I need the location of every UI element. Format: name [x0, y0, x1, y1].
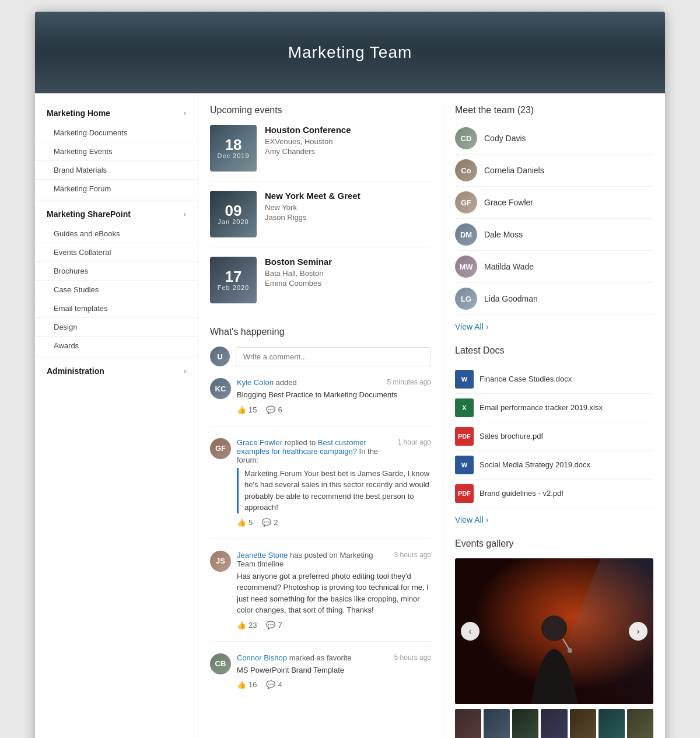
sidebar-item-case-studies[interactable]: Case Studies [35, 281, 198, 299]
sidebar-item-brochures[interactable]: Brochures [35, 262, 198, 281]
gallery-thumb-6[interactable] [598, 709, 625, 738]
comment-button-grace[interactable]: 💬 2 [262, 518, 278, 527]
sidebar-item-design[interactable]: Design [35, 318, 198, 337]
chevron-right-icon-team: › [486, 322, 489, 331]
page-wrapper: Marketing Team Marketing Home › Marketin… [35, 12, 665, 738]
meet-team-heading: Meet the team (23) [455, 105, 653, 116]
chevron-right-icon: › [184, 109, 186, 117]
member-name-grace[interactable]: Grace Fowler [484, 198, 533, 207]
doc-icon-word-4: W [455, 456, 474, 474]
gallery-thumb-5[interactable] [570, 709, 596, 738]
event-organizer-newyork: Jason Riggs [265, 213, 431, 222]
doc-name-2[interactable]: Email performance tracker 2019.xlsx [480, 403, 603, 413]
feed-actions-jeanette: 👍 23 💬 7 [237, 621, 431, 629]
like-button-jeanette[interactable]: 👍 23 [237, 621, 257, 629]
feed-time-kyle: 5 minutes ago [387, 378, 431, 386]
sidebar-item-email-templates[interactable]: Email templates [35, 299, 198, 318]
event-card-houston: 18 Dec 2019 Houston Conference EXVenues,… [210, 125, 431, 181]
event-name-newyork[interactable]: New York Meet & Greet [265, 191, 431, 201]
comment-icon-jeanette: 💬 [266, 621, 275, 629]
gallery-thumb-4[interactable] [541, 709, 567, 738]
member-name-lida[interactable]: Lida Goodman [484, 294, 538, 303]
team-member-grace: GF Grace Fowler [455, 187, 653, 219]
user-link-grace[interactable]: Grace Fowler [237, 438, 282, 447]
doc-row-4: W Social Media Strategy 2019.docx [455, 451, 653, 480]
sidebar: Marketing Home › Marketing Documents Mar… [35, 93, 198, 738]
comment-icon-connor: 💬 [266, 680, 275, 689]
sidebar-item-marketing-events[interactable]: Marketing Events [35, 142, 198, 161]
event-name-houston[interactable]: Houston Conference [265, 125, 431, 135]
sidebar-item-events-collateral[interactable]: Events Collateral [35, 243, 198, 262]
meet-team-section: Meet the team (23) CD Cody Davis Co Corn [455, 105, 653, 331]
event-card-newyork: 09 Jan 2020 New York Meet & Greet New Yo… [210, 191, 431, 247]
comment-button-connor[interactable]: 💬 4 [266, 680, 282, 689]
sidebar-item-awards[interactable]: Awards [35, 337, 198, 355]
avatar-matilda-wade: MW [455, 256, 477, 278]
feed-item-kyle: KC Kyle Colon added 5 minutes ago [210, 378, 431, 426]
chevron-right-icon-docs: › [486, 515, 489, 524]
avatar-cody-davis: CD [455, 127, 477, 149]
chevron-right-icon-3: › [184, 367, 186, 375]
feed-time-grace: 1 hour ago [398, 438, 431, 446]
event-organizer-boston: Emma Coombes [265, 279, 431, 288]
event-name-boston[interactable]: Boston Seminar [265, 257, 431, 267]
doc-name-5[interactable]: Brand guidelines - v2.pdf [480, 488, 564, 499]
user-link-kyle[interactable]: Kyle Colon [237, 378, 274, 387]
like-button-grace[interactable]: 👍 5 [237, 518, 253, 527]
gallery-next-button[interactable]: › [629, 622, 648, 641]
avatar-jeanette: JS [210, 551, 231, 572]
team-member-lida: LG Lida Goodman [455, 283, 653, 315]
whats-happening-section: What's happening U KC [210, 327, 431, 701]
like-button-kyle[interactable]: 👍 15 [237, 405, 257, 414]
events-gallery-section: Events gallery [455, 538, 653, 738]
member-name-cornelia[interactable]: Cornelia Daniels [484, 166, 544, 175]
view-all-team-link[interactable]: View All › [455, 322, 653, 331]
thumbs-up-icon-connor: 👍 [237, 680, 246, 689]
doc-name-4[interactable]: Social Media Strategy 2019.docx [480, 460, 590, 470]
sidebar-item-marketing-home[interactable]: Marketing Home › [35, 103, 198, 124]
comment-button-jeanette[interactable]: 💬 7 [266, 621, 282, 629]
view-all-docs-link[interactable]: View All › [455, 515, 653, 524]
gallery-thumb-7[interactable] [627, 709, 653, 738]
avatar-cornelia-daniels: Co [455, 159, 477, 181]
user-link-connor[interactable]: Connor Bishop [237, 653, 287, 662]
doc-row-2: X Email performance tracker 2019.xlsx [455, 394, 653, 422]
gallery-prev-button[interactable]: ‹ [461, 622, 480, 641]
doc-name-3[interactable]: Sales brochure.pdf [480, 431, 543, 442]
sidebar-item-marketing-forum[interactable]: Marketing Forum [35, 180, 198, 198]
like-button-connor[interactable]: 👍 16 [237, 680, 257, 689]
gallery-main: ‹ › [455, 558, 653, 704]
content-area: Upcoming events 18 Dec 2019 Houston Conf… [198, 93, 665, 738]
avatar-dale-moss: DM [455, 223, 477, 246]
comment-input[interactable] [236, 347, 431, 366]
event-thumbnail-houston[interactable]: 18 Dec 2019 [210, 125, 257, 172]
doc-icon-word-1: W [455, 370, 474, 389]
event-organizer-houston: Amy Chanders [265, 147, 431, 156]
feed-time-connor: 5 hours ago [394, 653, 431, 662]
comment-button-kyle[interactable]: 💬 6 [266, 405, 282, 414]
thumbs-up-icon-grace: 👍 [237, 518, 246, 527]
sidebar-item-marketing-documents[interactable]: Marketing Documents [35, 124, 198, 142]
gallery-thumb-1[interactable] [455, 709, 481, 738]
sidebar-item-brand-materials[interactable]: Brand Materials [35, 161, 198, 180]
doc-name-1[interactable]: Finance Case Studies.docx [480, 374, 572, 384]
user-link-jeanette[interactable]: Jeanette Stone [237, 551, 288, 559]
member-name-cody[interactable]: Cody Davis [484, 134, 526, 143]
member-name-dale[interactable]: Dale Moss [484, 230, 523, 239]
member-name-matilda[interactable]: Matilda Wade [484, 262, 534, 271]
hero-header: Marketing Team [35, 12, 665, 93]
thumbs-up-icon-jeanette: 👍 [237, 621, 246, 629]
team-member-dale: DM Dale Moss [455, 219, 653, 251]
gallery-thumb-2[interactable] [484, 709, 510, 738]
team-member-matilda: MW Matilda Wade [455, 251, 653, 283]
event-thumbnail-boston[interactable]: 17 Feb 2020 [210, 257, 257, 303]
doc-icon-pdf-3: PDF [455, 427, 474, 446]
event-thumbnail-newyork[interactable]: 09 Jan 2020 [210, 191, 257, 237]
sidebar-item-marketing-sharepoint[interactable]: Marketing SharePoint › [35, 204, 198, 225]
avatar-connor: CB [210, 653, 231, 674]
sidebar-item-administration[interactable]: Administration › [35, 361, 198, 382]
sidebar-item-guides-ebooks[interactable]: Guides and eBooks [35, 225, 198, 243]
gallery-thumbs [455, 709, 653, 738]
sidebar-divider-2 [35, 358, 198, 358]
gallery-thumb-3[interactable] [512, 709, 538, 738]
